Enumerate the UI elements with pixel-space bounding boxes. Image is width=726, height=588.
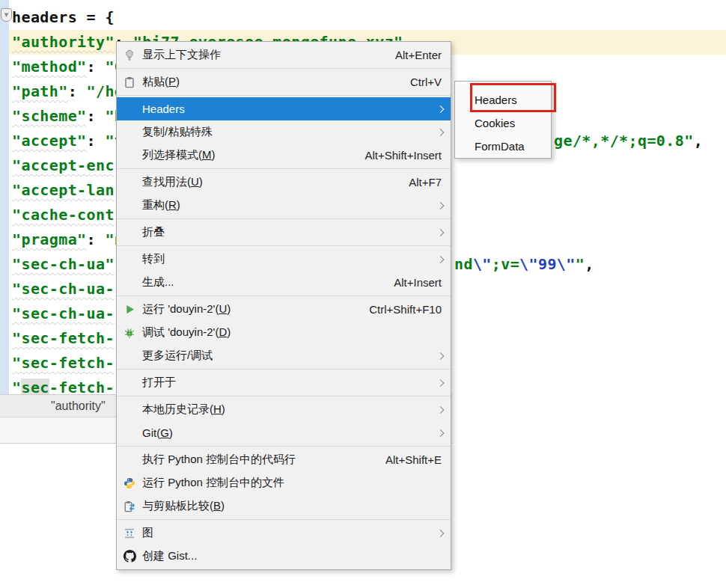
breadcrumb[interactable]: "authority": [51, 399, 106, 412]
menu-shortcut: Alt+F7: [409, 176, 451, 189]
menu-item-label: 本地历史记录(H): [142, 402, 225, 417]
menu-separator: [117, 245, 451, 246]
code-key: "sec-fetch-: [12, 354, 115, 372]
code-key: "sec-ch-ua": [12, 255, 115, 273]
code-key: "sec-ch-ua-: [12, 304, 115, 322]
menu-item-label: 更多运行/调试: [142, 349, 213, 363]
code-line: "cache-cont: [12, 203, 115, 227]
menu-separator: [117, 218, 451, 219]
menu-item-label: 列选择模式(M): [142, 148, 216, 162]
code-line: "method": "G: [12, 55, 123, 79]
menu-item-run-file-in-python-console[interactable]: 运行 Python 控制台中的文件: [117, 471, 451, 494]
menu-item-generate[interactable]: 生成... Alt+Insert: [117, 271, 451, 294]
lightbulb-icon: [117, 49, 142, 61]
menu-item-label: Git(G): [142, 426, 173, 439]
menu-item-create-gist[interactable]: 创建 Gist...: [117, 545, 451, 568]
code-key: "accept-enc: [12, 156, 115, 174]
code-key: "sec-fetch-: [12, 329, 115, 347]
menu-item-label: Headers: [142, 102, 185, 115]
code-fragment-accept: ge/*,*/*;q=0.8",: [554, 129, 703, 153]
submenu-item-headers[interactable]: Headers: [455, 88, 551, 111]
code-key: "accept": [12, 132, 87, 150]
code-key: "path": [12, 82, 68, 100]
code-key: "scheme": [12, 107, 87, 125]
menu-separator: [117, 168, 451, 169]
menu-item-copy-paste-special[interactable]: 复制/粘贴特殊: [117, 120, 451, 144]
code-line: "sec-ch-ua-: [12, 277, 115, 301]
submenu-arrow-icon: [437, 229, 445, 236]
menu-item-execute-line-in-python-console[interactable]: 执行 Python 控制台中的代码行 Alt+Shift+E: [117, 448, 451, 471]
submenu-arrow-icon: [437, 530, 445, 537]
menu-item-label: 与剪贴板比较(B): [142, 499, 225, 513]
menu-item-debug-douyin2[interactable]: 调试 'douyin-2'(D): [117, 321, 451, 344]
code-line: "accept-enc: [12, 153, 115, 178]
submenu-arrow-icon: [437, 256, 445, 263]
highlighted-token: sec: [21, 379, 49, 394]
menu-item-run-douyin2[interactable]: 运行 'douyin-2'(U) Ctrl+Shift+F10: [117, 298, 451, 321]
menu-separator: [117, 396, 451, 396]
menu-item-label: 创建 Gist...: [142, 549, 197, 563]
menu-item-paste[interactable]: 粘贴(P) Ctrl+V: [117, 70, 451, 94]
menu-item-git[interactable]: Git(G): [117, 421, 451, 444]
menu-shortcut: Ctrl+V: [410, 76, 451, 88]
code-line: "path": "/ho: [12, 79, 123, 104]
code-key: "accept-lan: [12, 181, 115, 199]
menu-item-show-context-actions[interactable]: 显示上下文操作 Alt+Enter: [117, 43, 451, 67]
code-line: "sec-fetch-: [12, 326, 115, 351]
menu-item-label: 转到: [142, 252, 165, 266]
menu-item-label: 复制/粘贴特殊: [142, 125, 213, 139]
menu-shortcut: Alt+Insert: [394, 276, 451, 289]
menu-item-label: 重构(R): [142, 198, 180, 212]
menu-item-refactor[interactable]: 重构(R): [117, 194, 451, 217]
code-key: "authority": [12, 33, 115, 51]
menu-item-diagrams[interactable]: 图: [117, 521, 451, 545]
menu-item-label: 图: [142, 526, 153, 540]
code-fold-marker[interactable]: ▾: [1, 8, 12, 22]
editor-gutter: [0, 0, 9, 394]
menu-separator: [117, 519, 451, 520]
submenu-item-cookies[interactable]: Cookies: [455, 111, 551, 135]
github-icon: [117, 550, 142, 563]
code-key: "method": [12, 58, 87, 76]
menu-item-more-run-debug[interactable]: 更多运行/调试: [117, 344, 451, 367]
code-key: "sec-ch-ua-: [12, 280, 115, 298]
menu-item-go-to[interactable]: 转到: [117, 248, 451, 271]
menu-separator: [117, 369, 451, 370]
code-line: "accept-lan: [12, 178, 115, 203]
menu-item-compare-with-clipboard[interactable]: 与剪贴板比较(B): [117, 494, 451, 518]
submenu-arrow-icon: [437, 352, 445, 360]
compare-clipboard-icon: [117, 500, 142, 512]
menu-shortcut: Alt+Enter: [395, 49, 451, 61]
menu-item-label: 查找用法(U): [142, 175, 203, 189]
submenu-arrow-icon: [437, 129, 445, 136]
menu-item-column-selection-mode[interactable]: 列选择模式(M) Alt+Shift+Insert: [117, 144, 451, 167]
run-play-icon: [117, 304, 142, 315]
submenu-arrow-icon: [437, 379, 445, 387]
menu-shortcut: Alt+Shift+Insert: [364, 149, 451, 162]
menu-item-folding[interactable]: 折叠: [117, 221, 451, 244]
submenu-item-formdata[interactable]: FormData: [455, 135, 551, 158]
code-line: "sec-fetch-: [12, 351, 115, 376]
menu-shortcut: Ctrl+Shift+F10: [369, 303, 451, 316]
menu-item-label: 打开于: [142, 376, 176, 390]
python-icon: [117, 477, 142, 489]
submenu-arrow-icon: [437, 202, 445, 209]
submenu-arrow-icon: [437, 406, 445, 414]
code-text: headers = {: [12, 8, 115, 26]
menu-separator: [117, 446, 451, 447]
clipboard-icon: [117, 76, 142, 88]
menu-separator: [117, 68, 451, 69]
editor-context-menu: 显示上下文操作 Alt+Enter 粘贴(P) Ctrl+V Headers 复…: [116, 41, 451, 570]
menu-item-headers[interactable]: Headers: [117, 97, 451, 120]
menu-item-find-usages[interactable]: 查找用法(U) Alt+F7: [117, 171, 451, 194]
menu-item-label: 调试 'douyin-2'(D): [142, 325, 231, 340]
submenu-arrow-icon: [437, 429, 445, 437]
menu-item-local-history[interactable]: 本地历史记录(H): [117, 398, 451, 421]
menu-item-open-in[interactable]: 打开于: [117, 371, 451, 394]
menu-item-label: 执行 Python 控制台中的代码行: [142, 453, 296, 467]
menu-item-label: 生成...: [142, 275, 174, 290]
code-line: "sec-ch-ua-: [12, 301, 115, 326]
menu-separator: [117, 295, 451, 296]
code-line: "sec-fetch-: [12, 376, 115, 394]
menu-item-label: 运行 'douyin-2'(U): [142, 302, 231, 316]
